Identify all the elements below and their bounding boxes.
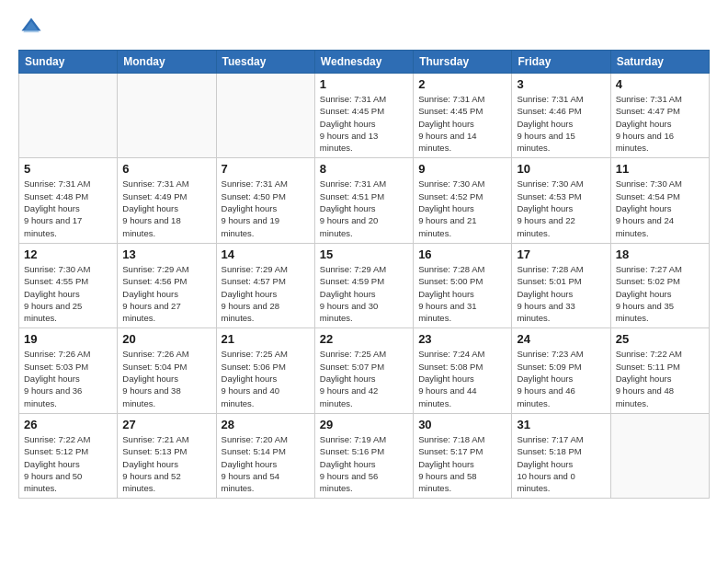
calendar-cell: 22Sunrise: 7:25 AMSunset: 5:07 PMDayligh… [314, 328, 413, 413]
cell-content: Sunrise: 7:28 AMSunset: 5:00 PMDaylight … [418, 263, 506, 324]
day-number: 13 [122, 247, 210, 261]
day-number: 16 [418, 247, 506, 261]
day-number: 4 [616, 77, 704, 91]
day-number: 25 [616, 332, 704, 346]
cell-content: Sunrise: 7:29 AMSunset: 4:56 PMDaylight … [122, 263, 210, 324]
day-number: 6 [122, 162, 210, 176]
week-row-2: 12Sunrise: 7:30 AMSunset: 4:55 PMDayligh… [19, 243, 710, 327]
day-number: 11 [616, 162, 704, 176]
week-row-0: 1Sunrise: 7:31 AMSunset: 4:45 PMDaylight… [19, 74, 710, 158]
week-row-1: 5Sunrise: 7:31 AMSunset: 4:48 PMDaylight… [19, 158, 710, 243]
day-number: 12 [24, 247, 112, 261]
cell-content: Sunrise: 7:18 AMSunset: 5:17 PMDaylight … [418, 433, 506, 494]
cell-content: Sunrise: 7:31 AMSunset: 4:48 PMDaylight … [24, 178, 112, 238]
calendar-cell: 29Sunrise: 7:19 AMSunset: 5:16 PMDayligh… [314, 413, 413, 498]
weekday-header-wednesday: Wednesday [314, 51, 413, 74]
day-number: 15 [320, 247, 408, 261]
weekday-header-sunday: Sunday [19, 51, 118, 74]
cell-content: Sunrise: 7:30 AMSunset: 4:52 PMDaylight … [418, 178, 506, 238]
calendar-cell [610, 413, 709, 498]
calendar-cell: 8Sunrise: 7:31 AMSunset: 4:51 PMDaylight… [314, 158, 413, 243]
day-number: 19 [24, 332, 112, 346]
calendar-cell [19, 74, 118, 158]
weekday-row: SundayMondayTuesdayWednesdayThursdayFrid… [19, 51, 710, 74]
calendar-cell: 3Sunrise: 7:31 AMSunset: 4:46 PMDaylight… [512, 74, 610, 158]
day-number: 26 [24, 418, 112, 431]
cell-content: Sunrise: 7:23 AMSunset: 5:09 PMDaylight … [517, 348, 605, 408]
day-number: 18 [616, 247, 704, 261]
day-number: 14 [222, 247, 310, 261]
logo-icon [18, 15, 44, 40]
calendar-cell: 30Sunrise: 7:18 AMSunset: 5:17 PMDayligh… [414, 413, 512, 498]
weekday-header-friday: Friday [512, 51, 610, 74]
day-number: 30 [418, 418, 506, 431]
header [18, 15, 710, 40]
cell-content: Sunrise: 7:22 AMSunset: 5:12 PMDaylight … [24, 433, 112, 494]
cell-content: Sunrise: 7:24 AMSunset: 5:08 PMDaylight … [418, 348, 506, 408]
weekday-header-monday: Monday [118, 51, 216, 74]
day-number: 17 [517, 247, 605, 261]
cell-content: Sunrise: 7:31 AMSunset: 4:45 PMDaylight … [320, 93, 408, 154]
cell-content: Sunrise: 7:27 AMSunset: 5:02 PMDaylight … [616, 263, 704, 324]
cell-content: Sunrise: 7:30 AMSunset: 4:53 PMDaylight … [517, 178, 605, 238]
cell-content: Sunrise: 7:19 AMSunset: 5:16 PMDaylight … [320, 433, 408, 494]
cell-content: Sunrise: 7:30 AMSunset: 4:54 PMDaylight … [616, 178, 704, 238]
weekday-header-tuesday: Tuesday [216, 51, 314, 74]
cell-content: Sunrise: 7:28 AMSunset: 5:01 PMDaylight … [517, 263, 605, 324]
calendar-cell [216, 74, 314, 158]
calendar-body: 1Sunrise: 7:31 AMSunset: 4:45 PMDaylight… [19, 74, 710, 499]
calendar-header: SundayMondayTuesdayWednesdayThursdayFrid… [19, 51, 710, 74]
calendar-cell: 7Sunrise: 7:31 AMSunset: 4:50 PMDaylight… [216, 158, 314, 243]
cell-content: Sunrise: 7:26 AMSunset: 5:03 PMDaylight … [24, 348, 112, 408]
day-number: 7 [222, 162, 310, 176]
cell-content: Sunrise: 7:30 AMSunset: 4:55 PMDaylight … [24, 263, 112, 324]
day-number: 22 [320, 332, 408, 346]
calendar-cell: 13Sunrise: 7:29 AMSunset: 4:56 PMDayligh… [118, 243, 216, 327]
day-number: 24 [517, 332, 605, 346]
calendar-cell: 10Sunrise: 7:30 AMSunset: 4:53 PMDayligh… [512, 158, 610, 243]
cell-content: Sunrise: 7:31 AMSunset: 4:47 PMDaylight … [616, 93, 704, 154]
day-number: 9 [418, 162, 506, 176]
calendar-cell: 4Sunrise: 7:31 AMSunset: 4:47 PMDaylight… [610, 74, 709, 158]
day-number: 28 [222, 418, 310, 431]
calendar-cell: 2Sunrise: 7:31 AMSunset: 4:45 PMDaylight… [414, 74, 512, 158]
day-number: 21 [222, 332, 310, 346]
cell-content: Sunrise: 7:29 AMSunset: 4:59 PMDaylight … [320, 263, 408, 324]
day-number: 29 [320, 418, 408, 431]
calendar-cell: 31Sunrise: 7:17 AMSunset: 5:18 PMDayligh… [512, 413, 610, 498]
calendar-cell: 17Sunrise: 7:28 AMSunset: 5:01 PMDayligh… [512, 243, 610, 327]
cell-content: Sunrise: 7:31 AMSunset: 4:46 PMDaylight … [517, 93, 605, 154]
week-row-4: 26Sunrise: 7:22 AMSunset: 5:12 PMDayligh… [19, 413, 710, 498]
cell-content: Sunrise: 7:25 AMSunset: 5:07 PMDaylight … [320, 348, 408, 408]
calendar-cell [118, 74, 216, 158]
calendar-cell: 5Sunrise: 7:31 AMSunset: 4:48 PMDaylight… [19, 158, 118, 243]
cell-content: Sunrise: 7:26 AMSunset: 5:04 PMDaylight … [122, 348, 210, 408]
day-number: 2 [418, 77, 506, 91]
calendar-cell: 12Sunrise: 7:30 AMSunset: 4:55 PMDayligh… [19, 243, 118, 327]
calendar-cell: 27Sunrise: 7:21 AMSunset: 5:13 PMDayligh… [118, 413, 216, 498]
calendar-cell: 14Sunrise: 7:29 AMSunset: 4:57 PMDayligh… [216, 243, 314, 327]
cell-content: Sunrise: 7:31 AMSunset: 4:45 PMDaylight … [418, 93, 506, 154]
day-number: 1 [320, 77, 408, 91]
calendar-cell: 26Sunrise: 7:22 AMSunset: 5:12 PMDayligh… [19, 413, 118, 498]
weekday-header-thursday: Thursday [414, 51, 512, 74]
calendar-cell: 20Sunrise: 7:26 AMSunset: 5:04 PMDayligh… [118, 328, 216, 413]
cell-content: Sunrise: 7:31 AMSunset: 4:51 PMDaylight … [320, 178, 408, 238]
calendar-cell: 1Sunrise: 7:31 AMSunset: 4:45 PMDaylight… [314, 74, 413, 158]
calendar-cell: 28Sunrise: 7:20 AMSunset: 5:14 PMDayligh… [216, 413, 314, 498]
logo [18, 15, 48, 40]
cell-content: Sunrise: 7:29 AMSunset: 4:57 PMDaylight … [222, 263, 310, 324]
day-number: 31 [517, 418, 605, 431]
calendar-cell: 9Sunrise: 7:30 AMSunset: 4:52 PMDaylight… [414, 158, 512, 243]
weekday-header-saturday: Saturday [610, 51, 709, 74]
calendar-table: SundayMondayTuesdayWednesdayThursdayFrid… [18, 50, 710, 499]
cell-content: Sunrise: 7:31 AMSunset: 4:49 PMDaylight … [122, 178, 210, 238]
day-number: 27 [122, 418, 210, 431]
calendar-cell: 19Sunrise: 7:26 AMSunset: 5:03 PMDayligh… [19, 328, 118, 413]
week-row-3: 19Sunrise: 7:26 AMSunset: 5:03 PMDayligh… [19, 328, 710, 413]
day-number: 3 [517, 77, 605, 91]
day-number: 10 [517, 162, 605, 176]
calendar-cell: 6Sunrise: 7:31 AMSunset: 4:49 PMDaylight… [118, 158, 216, 243]
calendar-cell: 16Sunrise: 7:28 AMSunset: 5:00 PMDayligh… [414, 243, 512, 327]
calendar-cell: 25Sunrise: 7:22 AMSunset: 5:11 PMDayligh… [610, 328, 709, 413]
